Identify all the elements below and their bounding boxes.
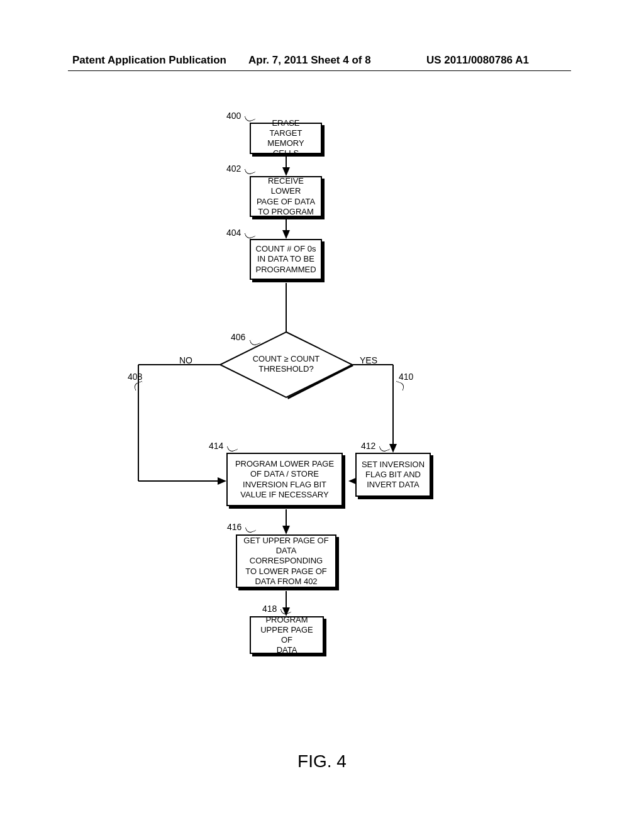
header-center: Apr. 7, 2011 Sheet 4 of 8 [248, 54, 371, 67]
label-yes: YES [360, 355, 377, 365]
label-404: 404 [226, 228, 241, 238]
label-416: 416 [227, 522, 242, 532]
label-402: 402 [226, 163, 241, 174]
flowchart: ERASE TARGET MEMORY CELLS RECEIVE LOWER … [0, 94, 644, 786]
box-get-upper: GET UPPER PAGE OF DATA CORRESPONDING TO … [236, 534, 336, 588]
header-right: US 2011/0080786 A1 [426, 54, 529, 67]
box-receive-lower: RECEIVE LOWER PAGE OF DATA TO PROGRAM [250, 176, 322, 217]
label-408: 408 [128, 372, 142, 382]
box-program-upper: PROGRAM UPPER PAGE OF DATA [250, 616, 324, 654]
label-400: 400 [226, 111, 241, 121]
label-418: 418 [262, 604, 277, 614]
decision-text: COUNT ≥ COUNT THRESHOLD? [248, 354, 324, 374]
label-412: 412 [361, 441, 375, 451]
box-set-inversion: SET INVERSION FLAG BIT AND INVERT DATA [355, 453, 431, 497]
header-rule [68, 70, 571, 71]
figure-caption: FIG. 4 [0, 751, 644, 772]
header-left: Patent Application Publication [72, 54, 226, 67]
box-erase-target: ERASE TARGET MEMORY CELLS [250, 123, 322, 154]
box-count-zeros: COUNT # OF 0s IN DATA TO BE PROGRAMMED [250, 239, 322, 280]
box-program-lower: PROGRAM LOWER PAGE OF DATA / STORE INVER… [226, 453, 343, 506]
label-406: 406 [231, 332, 245, 342]
label-414: 414 [209, 441, 223, 451]
flowchart-lines [0, 94, 644, 786]
label-no: NO [179, 355, 192, 365]
label-410: 410 [399, 372, 413, 382]
